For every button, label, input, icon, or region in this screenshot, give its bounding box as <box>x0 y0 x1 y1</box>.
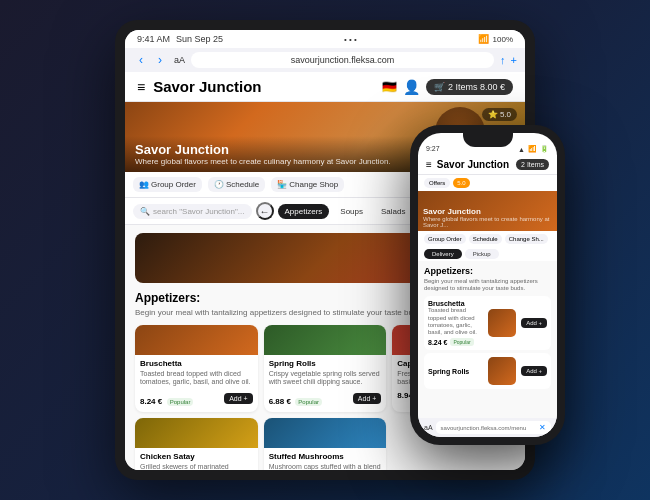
iphone-cart-btn[interactable]: 2 Items <box>516 159 549 170</box>
ipad-status-bar: 9:41 AM Sun Sep 25 • • • 📶 100% <box>125 30 525 48</box>
ipad-dots: • • • <box>344 35 357 44</box>
bruschetta-price: 8.24 € <box>140 397 162 406</box>
stuffed-mushrooms-name: Stuffed Mushrooms <box>269 452 382 461</box>
spring-rolls-add-btn[interactable]: Add + <box>353 393 382 404</box>
clock-icon: 🕐 <box>214 180 224 189</box>
text-size-indicator: aA <box>174 55 185 65</box>
person-icon: 👤 <box>403 79 420 95</box>
ipad-app-header: ≡ Savor Junction 🇩🇪 👤 🛒 2 Items 8.00 € <box>125 72 525 102</box>
group-icon: 👥 <box>139 180 149 189</box>
hamburger-icon[interactable]: ≡ <box>137 79 145 95</box>
iphone-group-order-btn[interactable]: Group Order <box>424 234 466 244</box>
browser-nav: ‹ › <box>133 52 168 68</box>
iphone-bruschetta-img <box>488 309 516 337</box>
bruschetta-add-btn[interactable]: Add + <box>224 393 253 404</box>
iphone-schedule-btn[interactable]: Schedule <box>469 234 502 244</box>
group-order-btn[interactable]: 👥 Group Order <box>133 177 202 192</box>
iphone-delivery-btn[interactable]: Delivery <box>424 249 462 259</box>
browser-back-btn[interactable]: ‹ <box>133 52 149 68</box>
ipad-browser-bar: ‹ › aA savourjunction.fleksa.com ↑ + <box>125 48 525 72</box>
browser-url-bar[interactable]: savourjunction.fleksa.com <box>191 52 494 68</box>
cart-label: 2 Items 8.00 € <box>448 82 505 92</box>
share-btn[interactable]: ↑ <box>500 54 506 66</box>
iphone-screen: 9:27 ▲ 📶 🔋 ≡ Savor Junction 2 Items Offe… <box>418 133 557 437</box>
iphone-spring-rolls-add-btn[interactable]: Add + <box>521 366 547 376</box>
iphone-url-text: savourjunction.fleksa.com/menu <box>441 425 527 431</box>
iphone-notch <box>463 133 513 147</box>
iphone-offers-btn[interactable]: Offers <box>424 178 450 188</box>
change-shop-btn[interactable]: 🏪 Change Shop <box>271 177 344 192</box>
iphone-hamburger-icon[interactable]: ≡ <box>426 159 432 170</box>
flag-icon[interactable]: 🇩🇪 <box>382 80 397 94</box>
ipad-day: Sun Sep 25 <box>176 34 223 44</box>
spring-rolls-info: Spring Rolls Crispy vegetable spring rol… <box>264 355 387 412</box>
category-tab-appetizers[interactable]: Appetizers <box>278 204 330 219</box>
search-box[interactable]: 🔍 search "Savor Junction"... <box>133 204 252 219</box>
iphone-hero-text: Savor Junction Where global flavors meet… <box>423 207 557 228</box>
stuffed-mushrooms-info: Stuffed Mushrooms Mushroom caps stuffed … <box>264 448 387 470</box>
iphone-section-title: Appetizers: <box>424 266 551 276</box>
iphone-filters: Offers 5.0 <box>418 175 557 191</box>
spring-rolls-name: Spring Rolls <box>269 359 382 368</box>
iphone-pickup-btn[interactable]: Pickup <box>465 249 499 259</box>
iphone-rating: 5.0 <box>453 178 469 188</box>
iphone-close-tab-btn[interactable]: ✕ <box>539 423 546 432</box>
iphone-food-item-spring-rolls: Spring Rolls Add + <box>424 353 551 389</box>
iphone-bruschetta-name: Bruschetta <box>428 300 483 307</box>
iphone-bottom-url-bar[interactable]: savourjunction.fleksa.com/menu ✕ <box>436 421 551 434</box>
iphone-bottom-browser-bar: aA savourjunction.fleksa.com/menu ✕ <box>418 418 557 437</box>
iphone-bruschetta-popular: Popular <box>450 338 473 346</box>
iphone-content: Appetizers: Begin your meal with tantali… <box>418 261 557 418</box>
browser-actions: ↑ + <box>500 54 517 66</box>
app-title: Savor Junction <box>153 78 382 95</box>
categories-back-btn[interactable]: ← <box>256 202 274 220</box>
iphone-text-size-indicator: aA <box>424 424 433 431</box>
iphone-app-title: Savor Junction <box>437 159 516 170</box>
spring-rolls-desc: Crispy vegetable spring rolls served wit… <box>269 370 382 387</box>
iphone-hero-title: Savor Junction <box>423 207 557 216</box>
ipad-status-left: 9:41 AM Sun Sep 25 <box>137 34 223 44</box>
star-icon: ⭐ <box>488 110 498 119</box>
bruschetta-popular-badge: Popular <box>167 398 194 406</box>
schedule-btn[interactable]: 🕐 Schedule <box>208 177 265 192</box>
spring-rolls-bottom: 6.88 € Popular Add + <box>269 390 382 408</box>
browser-forward-btn[interactable]: › <box>152 52 168 68</box>
category-tab-salads[interactable]: Salads <box>374 204 412 219</box>
iphone-bruschetta-info: Bruschetta Toasted bread topped with dic… <box>428 300 483 346</box>
iphone-device: 9:27 ▲ 📶 🔋 ≡ Savor Junction 2 Items Offe… <box>410 125 565 445</box>
iphone-change-shop-btn[interactable]: Change Sh... <box>505 234 548 244</box>
iphone-spring-rolls-info: Spring Rolls <box>428 368 483 375</box>
search-icon: 🔍 <box>140 207 150 216</box>
url-text: savourjunction.fleksa.com <box>291 55 395 65</box>
iphone-spring-rolls-img <box>488 357 516 385</box>
chicken-satay-info: Chicken Satay Grilled skewers of marinat… <box>135 448 258 470</box>
cart-area: 🇩🇪 👤 🛒 2 Items 8.00 € <box>382 79 513 95</box>
iphone-hero-banner: Savor Junction Where global flavors meet… <box>418 191 557 231</box>
iphone-actions: Group Order Schedule Change Sh... <box>418 231 557 247</box>
bruschetta-desc: Toasted bread topped with diced tomatoes… <box>140 370 253 387</box>
food-item-spring-rolls: Spring Rolls Crispy vegetable spring rol… <box>264 325 387 412</box>
hero-rating: 5.0 <box>500 110 511 119</box>
new-tab-btn[interactable]: + <box>511 54 517 66</box>
bruschetta-info: Bruschetta Toasted bread topped with dic… <box>135 355 258 412</box>
food-item-bruschetta: Bruschetta Toasted bread topped with dic… <box>135 325 258 412</box>
category-tab-soups[interactable]: Soups <box>333 204 370 219</box>
hero-rating-badge: ⭐ 5.0 <box>482 108 517 121</box>
iphone-time: 9:27 <box>426 145 440 153</box>
search-placeholder: search "Savor Junction"... <box>153 207 245 216</box>
iphone-bruschetta-add-btn[interactable]: Add + <box>521 318 547 328</box>
iphone-delivery-options: Delivery Pickup <box>418 247 557 261</box>
iphone-spring-rolls-name: Spring Rolls <box>428 368 483 375</box>
battery-icon-phone: 🔋 <box>540 145 549 153</box>
iphone-food-item-bruschetta: Bruschetta Toasted bread topped with dic… <box>424 296 551 350</box>
spring-rolls-price: 6.88 € <box>269 397 291 406</box>
ipad-status-right: 📶 100% <box>478 34 513 44</box>
wifi-icon: 📶 <box>478 34 489 44</box>
cart-button[interactable]: 🛒 2 Items 8.00 € <box>426 79 513 95</box>
ipad-time: 9:41 AM <box>137 34 170 44</box>
spring-rolls-popular-badge: Popular <box>295 398 322 406</box>
cart-icon: 🛒 <box>434 82 445 92</box>
bruschetta-bottom: 8.24 € Popular Add + <box>140 390 253 408</box>
food-item-stuffed-mushrooms: Stuffed Mushrooms Mushroom caps stuffed … <box>264 418 387 470</box>
iphone-bruschetta-desc: Toasted bread topped with diced tomatoes… <box>428 307 483 336</box>
